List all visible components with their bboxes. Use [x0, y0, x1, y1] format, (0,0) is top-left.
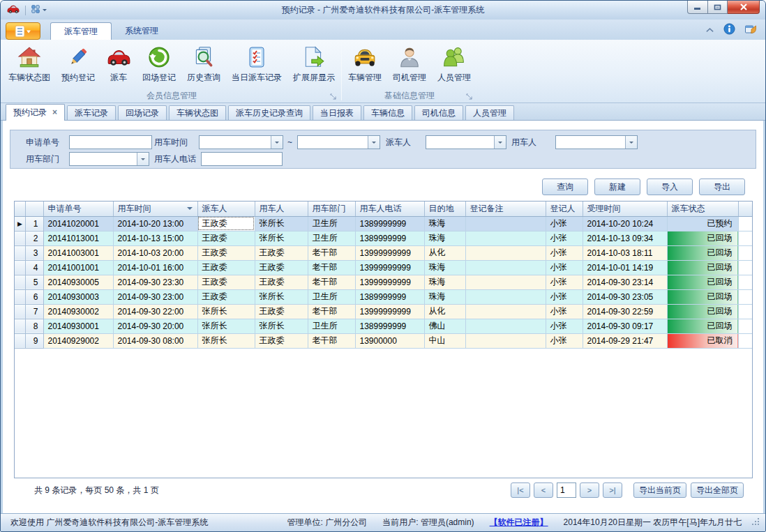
minimize-button[interactable] [687, 1, 708, 14]
cell[interactable]: 20140929002 [43, 333, 113, 348]
ribbon-button-vehicle-management[interactable]: 车辆管理 [343, 41, 387, 84]
cell[interactable] [465, 289, 546, 304]
cell[interactable] [465, 319, 546, 333]
row-indicator-cell[interactable] [15, 275, 25, 289]
cell[interactable]: 20140930002 [43, 304, 113, 319]
cell[interactable]: 2014-09-30 23:05 [583, 289, 667, 304]
dialog-launcher-icon[interactable] [466, 92, 472, 102]
column-header[interactable]: 受理时间 [583, 202, 667, 216]
cell[interactable]: 20141020001 [43, 216, 113, 231]
skin-selector-icon[interactable] [744, 24, 757, 37]
prev-page-button[interactable]: < [534, 482, 553, 498]
column-header[interactable]: 用车人电话 [355, 202, 424, 216]
last-page-button[interactable]: >| [603, 482, 622, 498]
row-number-cell[interactable]: 3 [25, 245, 43, 260]
table-row[interactable]: ▶1201410200012014-10-20 13:00王政委张所长卫生所13… [15, 216, 752, 231]
cell[interactable]: 13999999999 [355, 275, 424, 289]
cell[interactable]: 王政委 [197, 245, 255, 260]
doc-tab-personnel-management[interactable]: 人员管理 [465, 105, 514, 120]
ribbon-button-personnel-management[interactable]: 人员管理 [432, 41, 476, 84]
cell[interactable]: 卫生所 [308, 319, 355, 333]
ribbon-tab-system[interactable]: 系统管理 [112, 22, 172, 40]
ribbon-button-vehicle-status-map[interactable]: 车辆状态图 [3, 41, 56, 84]
cell[interactable]: 13999999999 [355, 304, 424, 319]
cell[interactable]: 从化 [424, 245, 465, 260]
cell[interactable]: 2014-10-20 13:00 [113, 216, 197, 231]
import-button[interactable]: 导入 [647, 178, 693, 195]
cell[interactable]: 老干部 [308, 260, 355, 275]
row-indicator-cell[interactable] [15, 289, 25, 304]
cell[interactable]: 老干部 [308, 333, 355, 348]
department-combo[interactable] [69, 152, 149, 166]
ribbon-button-return[interactable]: 回场登记 [137, 41, 181, 84]
cell[interactable]: 2014-09-30 22:00 [113, 304, 197, 319]
cell[interactable]: 小张 [546, 333, 583, 348]
export-button[interactable]: 导出 [699, 178, 745, 195]
application-menu-button[interactable] [6, 22, 40, 40]
cell[interactable]: 珠海 [424, 289, 465, 304]
cell[interactable] [465, 304, 546, 319]
column-header[interactable]: 目的地 [424, 202, 465, 216]
doc-tab-dispatch-history-query[interactable]: 派车历史记录查询 [228, 105, 310, 120]
cell[interactable]: 20140930003 [43, 289, 113, 304]
cell[interactable]: 2014-09-30 20:00 [113, 319, 197, 333]
cell[interactable]: 王政委 [197, 275, 255, 289]
cell[interactable]: 王政委 [255, 275, 308, 289]
dispatch-status-cell[interactable]: 已回场 [667, 260, 738, 275]
cell[interactable]: 20141001001 [43, 260, 113, 275]
cell[interactable]: 2014-09-30 22:59 [583, 304, 667, 319]
cell[interactable]: 佛山 [424, 319, 465, 333]
cell[interactable]: 王政委 [255, 260, 308, 275]
row-indicator-cell[interactable] [15, 304, 25, 319]
cell[interactable]: 2014-09-29 21:47 [583, 333, 667, 348]
cell[interactable]: 王政委 [255, 333, 308, 348]
quick-access-toolbar-icon[interactable] [31, 4, 40, 16]
dropdown-arrow-icon[interactable] [271, 136, 283, 149]
cell[interactable]: 从化 [424, 304, 465, 319]
ribbon-button-driver-management[interactable]: 司机管理 [387, 41, 432, 84]
cell[interactable]: 2014-10-01 14:19 [583, 260, 667, 275]
doc-tab-driver-info[interactable]: 司机信息 [414, 105, 463, 120]
cell[interactable]: 2014-10-03 18:11 [583, 245, 667, 260]
row-indicator-cell[interactable] [15, 260, 25, 275]
close-tab-icon[interactable]: × [52, 107, 57, 117]
resize-grip-icon[interactable] [751, 517, 760, 528]
cell[interactable]: 小张 [546, 231, 583, 245]
user-phone-input[interactable] [201, 152, 283, 166]
cell[interactable]: 老干部 [308, 275, 355, 289]
cell[interactable]: 卫生所 [308, 289, 355, 304]
cell[interactable]: 王政委 [255, 245, 308, 260]
ribbon-tab-dispatch[interactable]: 派车管理 [50, 22, 112, 40]
cell[interactable]: 老干部 [308, 245, 355, 260]
cell[interactable]: 张所长 [197, 319, 255, 333]
license-registered-link[interactable]: 【软件已注册】 [490, 517, 548, 529]
cell[interactable] [465, 275, 546, 289]
doc-tab-return-records[interactable]: 回场记录 [118, 105, 167, 120]
page-number-input[interactable] [557, 482, 576, 498]
cell[interactable]: 2014-10-03 20:00 [113, 245, 197, 260]
column-header[interactable]: 用车时间 [113, 202, 197, 216]
cell[interactable]: 张所长 [255, 289, 308, 304]
cell[interactable]: 王政委 [197, 260, 255, 275]
dispatcher-combo[interactable] [426, 135, 506, 149]
dropdown-arrow-icon[interactable] [368, 136, 380, 149]
cell[interactable] [465, 231, 546, 245]
cell[interactable]: 小张 [546, 216, 583, 231]
dropdown-arrow-icon[interactable] [625, 136, 637, 149]
table-row[interactable]: 4201410010012014-10-01 16:00王政委王政委老干部139… [15, 260, 752, 275]
dispatch-status-cell[interactable]: 已回场 [667, 231, 738, 245]
cell[interactable]: 王政委 [197, 289, 255, 304]
info-icon[interactable] [723, 23, 735, 37]
close-button[interactable] [728, 1, 760, 14]
cell[interactable]: 2014-10-13 15:00 [113, 231, 197, 245]
table-row[interactable]: 3201410030012014-10-03 20:00王政委王政委老干部139… [15, 245, 752, 260]
cell[interactable]: 2014-09-30 23:14 [583, 275, 667, 289]
row-number-cell[interactable]: 2 [25, 231, 43, 245]
cell[interactable]: 张所长 [197, 304, 255, 319]
cell[interactable]: 小张 [546, 275, 583, 289]
dispatch-status-cell[interactable]: 已回场 [667, 304, 738, 319]
cell[interactable]: 老干部 [308, 304, 355, 319]
cell[interactable] [465, 333, 546, 348]
cell[interactable]: 珠海 [424, 275, 465, 289]
doc-tab-vehicle-status-map[interactable]: 车辆状态图 [169, 105, 226, 120]
